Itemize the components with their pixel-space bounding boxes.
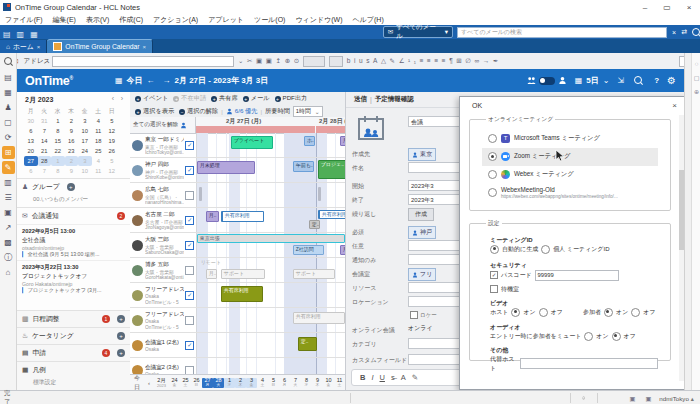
- row-label[interactable]: フリーアドレス1OsakaOnTimeビル - 5: [130, 283, 184, 307]
- mini-calendar-day[interactable]: 12: [105, 126, 119, 136]
- date-strip-day[interactable]: 4土: [257, 378, 268, 387]
- format-icon-0[interactable]: b: [347, 57, 351, 64]
- mini-calendar-day[interactable]: 11: [92, 166, 106, 176]
- location-caret-icon[interactable]: ▴: [691, 395, 694, 402]
- row-label[interactable]: 大阪 三郎大阪・営業部SaburoOsaka@onti...: [130, 233, 184, 257]
- event[interactable]: プライベート: [231, 136, 273, 149]
- widget-icon[interactable]: ◌: [695, 61, 699, 67]
- date-strip-day[interactable]: 25土: [180, 378, 191, 387]
- format-icon-18[interactable]: →: [483, 57, 490, 64]
- toolbar-button-3[interactable]: +メール: [243, 94, 270, 103]
- row-checkbox[interactable]: ✓: [185, 241, 194, 250]
- view-span-select[interactable]: 5日: [586, 75, 598, 86]
- tab-home[interactable]: ⌂ ホーム ×: [0, 40, 47, 53]
- menu-item-5[interactable]: アプレット: [203, 15, 249, 25]
- grid-icon[interactable]: ▩: [2, 236, 15, 249]
- event[interactable]: 定..: [309, 220, 320, 229]
- zoom-icon[interactable]: [634, 76, 642, 86]
- meeting-option-3[interactable]: WebexMeeting-Oldhttps://webex.com/webapp…: [482, 184, 658, 202]
- date-strip-day[interactable]: 6月: [279, 378, 290, 387]
- check-schedule-button[interactable]: 予定情報確認: [375, 95, 414, 104]
- format-icon-14[interactable]: ¶: [449, 57, 453, 64]
- mini-calendar-day[interactable]: 5: [105, 156, 119, 166]
- info-icon[interactable]: ⓘ: [2, 251, 15, 264]
- copy-icon[interactable]: ▣: [2, 206, 15, 219]
- date-strip-day[interactable]: 8水: [301, 378, 312, 387]
- minimize-button[interactable]: –: [634, 1, 656, 14]
- today-button[interactable]: 今日: [134, 374, 140, 390]
- toolbar-button-4[interactable]: +PDF出力: [275, 94, 308, 103]
- field-chip-8[interactable]: フリ: [408, 268, 436, 281]
- open-icon[interactable]: ↗: [2, 221, 15, 234]
- event[interactable]: 共有席利用: [221, 286, 263, 302]
- menu-item-4[interactable]: アクション(A): [148, 15, 203, 25]
- mute-off-label[interactable]: オフ: [624, 332, 636, 341]
- editor-button-4[interactable]: A: [401, 373, 406, 382]
- font-family-select[interactable]: [303, 56, 325, 67]
- mini-calendar-day[interactable]: 20: [24, 146, 38, 156]
- mini-calendar-day[interactable]: 16: [65, 136, 79, 146]
- bell-icon[interactable]: [582, 393, 585, 403]
- radio-icon[interactable]: [488, 134, 497, 143]
- event[interactable]: 共有席利用: [221, 211, 264, 222]
- mini-calendar-next-icon[interactable]: ›: [121, 95, 123, 102]
- address-input[interactable]: [52, 56, 234, 67]
- event[interactable]: ホ..: [304, 136, 315, 146]
- mini-calendar-day[interactable]: 25: [92, 146, 106, 156]
- radio-icon[interactable]: [511, 308, 520, 317]
- date-strip-day[interactable]: 1水: [224, 378, 235, 387]
- prev-page-icon[interactable]: ‹: [148, 380, 150, 386]
- format-icon-16[interactable]: ∅: [465, 57, 471, 64]
- signature-status-icon[interactable]: ▣: [630, 395, 636, 402]
- show-selection-button[interactable]: +選択を表示: [135, 107, 174, 116]
- edit-icon-5[interactable]: ⊙: [294, 57, 299, 64]
- meeting-id-option[interactable]: 個人 ミーティングID: [553, 245, 609, 254]
- replication-icon[interactable]: ⟳: [2, 131, 15, 144]
- format-icon-6[interactable]: ✎: [390, 57, 395, 64]
- format-icon-11[interactable]: ≡: [427, 57, 431, 64]
- row-checkbox[interactable]: ✓: [185, 216, 194, 225]
- format-icon-17[interactable]: ∞: [475, 57, 480, 64]
- add-icon[interactable]: +: [117, 315, 125, 323]
- contacts-icon[interactable]: ♟: [2, 101, 15, 114]
- calendar-widget-icon[interactable]: ▢: [694, 74, 700, 81]
- format-icon-9[interactable]: ₁: [414, 57, 416, 64]
- radio-icon[interactable]: [488, 188, 497, 197]
- meeting-option-0[interactable]: TMicrosoft Teams ミーティング: [482, 130, 658, 148]
- mini-calendar-day[interactable]: 18: [92, 136, 106, 146]
- field-chip-0[interactable]: 東京: [408, 148, 436, 161]
- format-icon-7[interactable]: ∠: [399, 57, 405, 64]
- toolbar-icon-0[interactable]: ▤: [3, 30, 11, 39]
- radio-icon[interactable]: [604, 308, 613, 317]
- toolbar-button-0[interactable]: +イベント: [135, 94, 168, 103]
- row-checkbox[interactable]: [185, 191, 194, 200]
- radio-icon[interactable]: [488, 170, 497, 179]
- apps-icon[interactable]: ⊞: [2, 146, 15, 159]
- mini-calendar-day[interactable]: 10: [78, 126, 92, 136]
- mini-calendar-day[interactable]: 28: [38, 156, 52, 166]
- row-label[interactable]: 神戸 四郎神戸・IT企画部ShiroKobe@ontime...: [130, 158, 184, 182]
- edit-icon-1[interactable]: ▣: [256, 57, 262, 64]
- close-tab-icon[interactable]: ×: [37, 44, 41, 50]
- row-checkbox[interactable]: ✓: [185, 166, 194, 175]
- event[interactable]: 定..: [298, 337, 317, 351]
- row-label[interactable]: 会議室1 (2名)Osaka: [130, 333, 184, 357]
- edit-icon-0[interactable]: ✂: [247, 57, 252, 64]
- mini-calendar-day[interactable]: 5: [105, 116, 119, 126]
- radio-icon[interactable]: [488, 152, 497, 161]
- refresh-icon[interactable]: ⇄: [681, 28, 687, 36]
- menu-item-1[interactable]: 編集(E): [48, 15, 81, 25]
- mini-calendar-day[interactable]: 24: [78, 146, 92, 156]
- mini-calendar-day[interactable]: 30: [24, 116, 38, 126]
- clear-search-icon[interactable]: ×: [672, 29, 676, 36]
- mini-calendar-day[interactable]: 11: [92, 126, 106, 136]
- mini-calendar-day[interactable]: 7: [38, 166, 52, 176]
- row-checkbox[interactable]: ✓: [185, 291, 194, 300]
- row-checkbox[interactable]: [185, 266, 194, 275]
- mini-calendar-day[interactable]: 6: [24, 166, 38, 176]
- mini-calendar-day[interactable]: 8: [51, 126, 65, 136]
- alt-host-input[interactable]: [520, 358, 658, 369]
- clear-selection-button[interactable]: −選択の解除: [179, 107, 218, 116]
- meeting-notice[interactable]: 2022年9月5日 13:00全社会議otsadmin/ontimejp▎ 全社…: [17, 224, 130, 260]
- sidebar-item-0[interactable]: ▥日程調整1+: [17, 310, 130, 327]
